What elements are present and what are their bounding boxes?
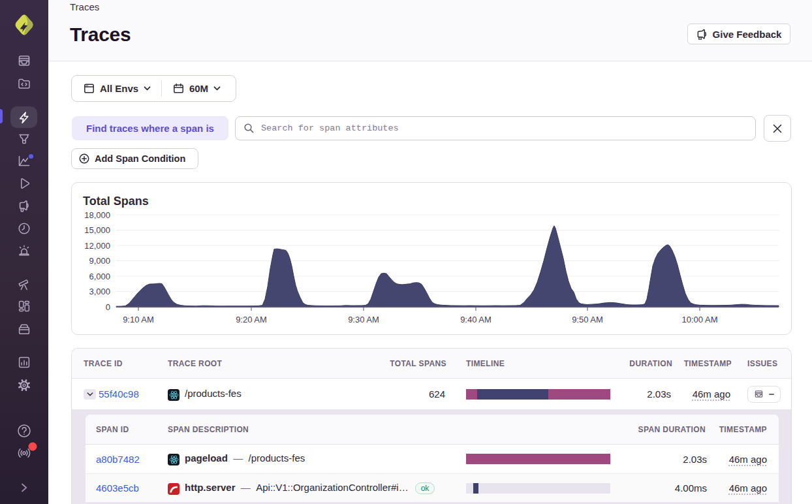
svg-text:18,000: 18,000 — [84, 210, 110, 220]
svg-text:9:40 AM: 9:40 AM — [460, 315, 492, 324]
svg-text:0: 0 — [106, 302, 110, 312]
svg-text:9:20 AM: 9:20 AM — [236, 315, 267, 324]
svg-text:3,000: 3,000 — [89, 287, 110, 296]
svg-text:9:30 AM: 9:30 AM — [348, 315, 379, 324]
svg-text:15,000: 15,000 — [84, 225, 110, 235]
svg-text:9:50 AM: 9:50 AM — [572, 315, 603, 324]
svg-text:12,000: 12,000 — [84, 241, 110, 251]
svg-text:6,000: 6,000 — [89, 272, 110, 281]
svg-text:9:10 AM: 9:10 AM — [123, 315, 154, 324]
svg-text:10:00 AM: 10:00 AM — [682, 315, 718, 324]
svg-text:9,000: 9,000 — [89, 256, 110, 266]
